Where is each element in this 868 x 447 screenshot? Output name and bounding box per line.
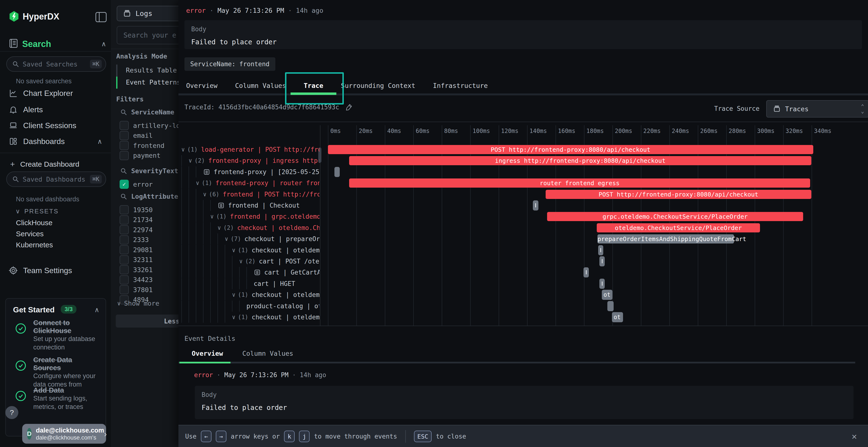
event-details-tab-overview[interactable]: Overview [192, 350, 223, 357]
chevron-down-icon[interactable]: ∨ [239, 258, 243, 265]
span-tree-row[interactable]: frontend-proxy | [2025-05-25T2… [179, 166, 319, 177]
filter-value-row[interactable]: email [120, 131, 153, 140]
trace-source-select[interactable]: Traces ⌃⌄ [766, 100, 868, 117]
span-tree-row[interactable]: ∨(2)frontend-proxy | ingress http://… [179, 155, 319, 166]
checkbox-checked[interactable]: ✓ [120, 180, 129, 189]
sidebar-item-preset-services[interactable]: Services [16, 230, 44, 238]
span-marker[interactable] [607, 301, 614, 311]
checkbox-unchecked[interactable] [120, 205, 129, 214]
span-tree-row[interactable]: product-catalog | ote… [179, 301, 319, 312]
span-marker[interactable] [598, 245, 603, 255]
span-tree-row[interactable]: frontend | Checkout [179, 200, 319, 211]
filter-value-row[interactable]: artillery-loa [120, 121, 184, 130]
checkbox-unchecked[interactable] [120, 255, 129, 265]
checkbox-unchecked[interactable] [120, 225, 129, 234]
sidebar-item-search[interactable]: Search [22, 39, 51, 49]
filter-value-row[interactable]: 2333 [120, 235, 149, 244]
show-more-button[interactable]: ∨ Show more [117, 300, 159, 307]
chevron-down-icon[interactable]: ∨ [225, 236, 228, 242]
span-bar[interactable]: POST http://frontend-proxy:8080/api/chec… [546, 190, 811, 199]
span-tree-row[interactable]: cart | GetCartA… [179, 267, 319, 278]
span-tree-row[interactable]: ∨(2)checkout | oteldemo.Chec… [179, 222, 319, 233]
tab-surrounding-context[interactable]: Surrounding Context [341, 82, 415, 89]
span-bar[interactable]: prepareOrderItemsAndShippingQuoteFromCar… [597, 234, 734, 243]
filter-value-row[interactable]: frontend [120, 141, 164, 150]
filter-value-row[interactable]: 32311 [120, 255, 153, 265]
span-tree-row[interactable]: ∨(1)checkout | oteldemo.… [179, 312, 319, 323]
chevron-up-icon[interactable]: ∧ [101, 40, 106, 48]
analysis-mode-results-table[interactable]: Results Table [126, 66, 177, 74]
checkbox-unchecked[interactable] [120, 245, 129, 254]
span-marker[interactable] [533, 200, 538, 210]
saved-searches-input[interactable]: Saved Searches ⌘K [6, 56, 106, 72]
filter-value-row[interactable]: payment [120, 151, 161, 160]
tab-infrastructure[interactable]: Infrastructure [433, 82, 488, 89]
sidebar-item-create-dashboard[interactable]: + Create Dashboard [10, 160, 79, 169]
filter-value-row[interactable]: 22974 [120, 225, 153, 234]
close-icon[interactable]: ✕ [851, 432, 857, 441]
checkbox-unchecked[interactable] [120, 265, 129, 274]
span-bar[interactable]: POST http://frontend-proxy:8080/api/chec… [328, 145, 813, 154]
search-icon[interactable] [120, 109, 127, 116]
checkbox-unchecked[interactable] [120, 215, 129, 225]
filter-value-row[interactable]: 37801 [120, 285, 153, 294]
checkbox-unchecked[interactable] [120, 151, 129, 160]
filter-value-row[interactable]: 33261 [120, 265, 153, 274]
sidebar-item-preset-clickhouse[interactable]: ClickHouse [16, 219, 53, 227]
span-tree-row[interactable]: ∨(1)frontend-proxy | router fronte… [179, 177, 319, 188]
span-marker[interactable] [334, 167, 340, 177]
sidebar-item-chart-explorer[interactable]: Chart Explorer [9, 89, 102, 98]
edit-pencil-icon[interactable] [345, 103, 353, 111]
chevron-down-icon[interactable]: ∨ [232, 314, 235, 320]
chevron-up-icon[interactable]: ∧ [94, 306, 100, 314]
search-icon[interactable] [120, 193, 127, 200]
tab-overview[interactable]: Overview [186, 82, 217, 89]
span-marker[interactable]: ot [612, 312, 623, 322]
sidebar-item-team-settings[interactable]: Team Settings [9, 266, 72, 275]
analysis-mode-event-patterns[interactable]: Event Patterns [126, 78, 181, 86]
chevron-down-icon[interactable]: ∨ [217, 225, 221, 231]
span-tree-row[interactable]: ∨(1)checkout | oteldemo.… [179, 289, 319, 300]
checkbox-unchecked[interactable] [120, 235, 129, 244]
collapse-sidebar-icon[interactable] [95, 12, 106, 22]
tab-column-values[interactable]: Column Values [235, 82, 286, 89]
checkbox-unchecked[interactable] [120, 275, 129, 284]
span-tree-row[interactable]: ∨(1)load-generator | POST http://front… [179, 144, 319, 155]
service-name-chip[interactable]: ServiceName: frontend [184, 57, 275, 71]
span-tree-row[interactable]: ∨(6)frontend | POST http://front… [179, 189, 319, 200]
filter-value-row[interactable]: 21734 [120, 215, 153, 225]
chevron-down-icon[interactable]: ∨ [232, 291, 235, 298]
span-tree-row[interactable]: ∨(7)checkout | prepareOrde… [179, 233, 319, 244]
checkbox-unchecked[interactable] [120, 131, 129, 140]
span-marker[interactable]: ot [602, 290, 613, 300]
sidebar-item-client-sessions[interactable]: Client Sessions [9, 121, 102, 130]
span-tree-row[interactable]: ∨(1)frontend | grpc.oteldemo.C… [179, 211, 319, 222]
span-bar[interactable]: router frontend egress [349, 178, 810, 187]
chevron-down-icon[interactable]: ∨ [210, 213, 214, 220]
user-menu[interactable]: D dale@clickhouse.com dale@clickhouse.co… [22, 424, 106, 444]
sidebar-item-preset-kubernetes[interactable]: Kubernetes [16, 241, 53, 249]
span-tree-row[interactable]: cart | HGET [179, 278, 319, 289]
span-marker[interactable] [584, 267, 589, 277]
search-icon[interactable] [120, 167, 127, 175]
event-details-tab-column-values[interactable]: Column Values [242, 350, 293, 357]
span-marker[interactable] [599, 256, 605, 266]
sidebar-item-alerts[interactable]: Alerts [9, 105, 102, 114]
sidebar-item-dashboards[interactable]: Dashboards∧ [9, 137, 102, 146]
chevron-down-icon[interactable]: ∨ [196, 180, 199, 186]
chevron-down-icon[interactable]: ∨ [203, 191, 207, 198]
help-button[interactable]: ? [5, 406, 18, 419]
filter-value-row[interactable]: ✓error [120, 180, 153, 189]
filter-value-row[interactable]: 29081 [120, 245, 153, 254]
span-bar[interactable]: ingress http://frontend-proxy:8080/api/c… [349, 156, 811, 165]
chevron-down-icon[interactable]: ∨ [189, 157, 192, 164]
presets-toggle[interactable]: ∨ PRESETS [16, 208, 59, 215]
span-tree-row[interactable]: ∨(2)cart | POST /oteld… [179, 256, 319, 267]
span-marker[interactable] [599, 279, 605, 289]
chevron-down-icon[interactable]: ∨ [232, 247, 235, 253]
span-bar[interactable]: grpc.oteldemo.CheckoutService/PlaceOrder [547, 212, 803, 221]
checkbox-unchecked[interactable] [120, 121, 129, 130]
saved-dashboards-input[interactable]: Saved Dashboards ⌘K [6, 171, 106, 187]
filter-value-row[interactable]: 19350 [120, 205, 153, 214]
chevron-down-icon[interactable]: ∨ [181, 146, 185, 153]
